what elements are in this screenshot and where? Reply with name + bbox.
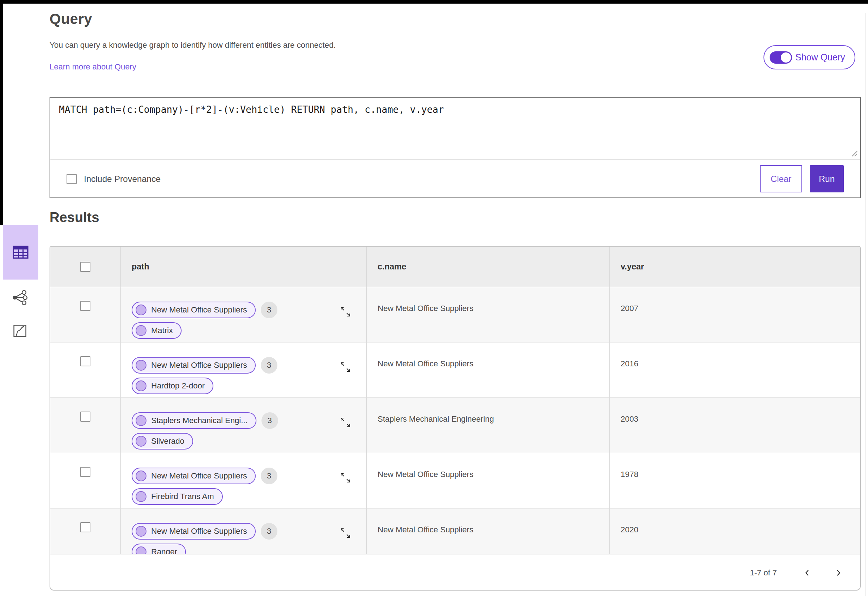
toggle-switch-icon[interactable] <box>770 52 792 63</box>
cname-cell: Staplers Mechanical Engineering <box>366 398 610 453</box>
vyear-cell: 2020 <box>610 509 860 554</box>
resize-handle-icon[interactable] <box>851 150 858 157</box>
column-header-path[interactable]: path <box>120 246 366 287</box>
row-checkbox[interactable] <box>80 412 90 422</box>
results-heading: Results <box>50 210 99 225</box>
node-icon <box>136 415 146 426</box>
query-text: MATCH path=(c:Company)-[r*2]-(v:Vehicle)… <box>59 104 444 115</box>
expand-path-icon[interactable] <box>340 472 351 484</box>
graph-icon <box>12 289 28 306</box>
row-checkbox[interactable] <box>80 356 90 366</box>
show-query-label: Show Query <box>795 52 845 63</box>
path-node-pill[interactable]: Staplers Mechanical Engi... <box>131 412 257 429</box>
learn-more-link[interactable]: Learn more about Query <box>50 62 136 72</box>
show-query-toggle[interactable]: Show Query <box>763 45 855 69</box>
vyear-cell: 1978 <box>610 453 860 508</box>
table-view-button[interactable] <box>3 225 38 280</box>
cname-cell: New Metal Office Suppliers <box>366 453 610 508</box>
row-checkbox[interactable] <box>80 522 90 533</box>
node-icon <box>136 546 146 554</box>
table-header-row: path c.name v.year <box>50 246 860 287</box>
path-node-pill[interactable]: Matrix <box>131 322 182 339</box>
page-title: Query <box>50 11 92 27</box>
relationship-count-badge: 3 <box>261 468 278 484</box>
query-input[interactable]: MATCH path=(c:Company)-[r*2]-(v:Vehicle)… <box>50 97 860 159</box>
expand-path-icon[interactable] <box>340 417 351 428</box>
cname-cell: New Metal Office Suppliers <box>366 287 610 342</box>
vyear-cell: 2016 <box>610 342 860 397</box>
column-header-vyear[interactable]: v.year <box>610 246 860 287</box>
path-node-pill[interactable]: New Metal Office Suppliers <box>131 468 256 484</box>
path-node-pill[interactable]: Silverado <box>131 433 193 450</box>
table-row: New Metal Office Suppliers 3 Ranger New … <box>50 509 860 554</box>
screen-top-edge <box>0 0 868 4</box>
row-checkbox[interactable] <box>80 301 90 311</box>
vyear-cell: 2003 <box>610 398 860 453</box>
relationship-count-badge: 3 <box>261 302 278 318</box>
chevron-right-icon <box>834 569 842 577</box>
graph-view-button[interactable] <box>11 289 29 307</box>
table-row: New Metal Office Suppliers 3 Matrix New … <box>50 287 860 342</box>
pagination-prev-button[interactable] <box>803 568 812 577</box>
table-footer: 1-7 of 7 <box>50 554 860 590</box>
run-button[interactable]: Run <box>810 165 844 192</box>
expand-path-icon[interactable] <box>340 527 351 539</box>
map-view-button[interactable] <box>11 322 29 340</box>
results-table: path c.name v.year New Metal Office Supp… <box>50 246 861 590</box>
path-node-pill[interactable]: New Metal Office Suppliers <box>131 302 256 318</box>
expand-path-icon[interactable] <box>340 361 351 373</box>
table-icon <box>12 243 30 261</box>
column-header-cname[interactable]: c.name <box>366 246 610 287</box>
query-panel-footer: Include Provenance Clear Run <box>50 159 860 198</box>
node-icon <box>136 360 146 371</box>
node-icon <box>136 526 146 537</box>
node-icon <box>136 436 146 447</box>
table-row: New Metal Office Suppliers 3 Firebird Tr… <box>50 453 860 509</box>
relationship-count-badge: 3 <box>261 523 278 540</box>
pagination-next-button[interactable] <box>834 568 843 577</box>
pagination-range-label: 1-7 of 7 <box>750 568 777 578</box>
page-description: You can query a knowledge graph to ident… <box>50 40 336 50</box>
screen-left-edge <box>0 4 3 225</box>
row-checkbox[interactable] <box>80 467 90 477</box>
node-icon <box>136 381 146 391</box>
node-icon <box>136 471 146 481</box>
path-node-pill[interactable]: New Metal Office Suppliers <box>131 523 256 540</box>
chevron-left-icon <box>803 569 811 577</box>
table-row: New Metal Office Suppliers 3 Hardtop 2-d… <box>50 342 860 398</box>
select-all-checkbox[interactable] <box>80 262 90 272</box>
path-node-pill[interactable]: New Metal Office Suppliers <box>131 357 256 373</box>
node-icon <box>136 325 146 336</box>
include-provenance-checkbox[interactable] <box>66 174 77 184</box>
path-node-pill[interactable]: Firebird Trans Am <box>131 488 223 505</box>
clear-button[interactable]: Clear <box>760 165 802 192</box>
query-panel: MATCH path=(c:Company)-[r*2]-(v:Vehicle)… <box>50 97 861 198</box>
vyear-cell: 2007 <box>610 287 860 342</box>
path-node-pill[interactable]: Hardtop 2-door <box>131 378 213 394</box>
path-node-pill[interactable]: Ranger <box>131 544 186 554</box>
cname-cell: New Metal Office Suppliers <box>366 509 610 554</box>
table-row: Staplers Mechanical Engi... 3 Silverado … <box>50 398 860 453</box>
map-icon <box>12 323 28 339</box>
include-provenance-label: Include Provenance <box>84 174 161 184</box>
relationship-count-badge: 3 <box>261 357 278 373</box>
expand-path-icon[interactable] <box>340 306 351 317</box>
toggle-knob <box>781 52 791 63</box>
cname-cell: New Metal Office Suppliers <box>366 342 610 397</box>
node-icon <box>136 304 146 315</box>
node-icon <box>136 491 146 502</box>
relationship-count-badge: 3 <box>261 412 278 429</box>
scrollbar-track <box>865 13 865 596</box>
